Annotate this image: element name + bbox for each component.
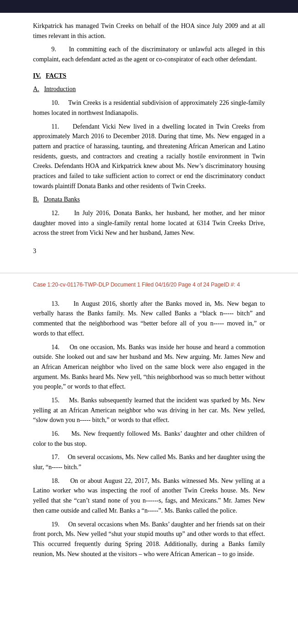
document-page: Kirkpatrick has managed Twin Creeks on b…	[0, 0, 298, 571]
paragraph-17: 17. On several occasions, Ms. New called…	[33, 452, 265, 472]
sub-a-title: Introduction	[44, 86, 76, 92]
paragraph-19: 19. On several occasions when Ms. Banks’…	[33, 520, 265, 559]
case-info-text: Case 1:20-cv-01176-TWP-DLP Document 1 Fi…	[33, 281, 240, 288]
paragraph-18: 18. On or about August 22, 2017, Ms. Ban…	[33, 476, 265, 516]
page1-content: Kirkpatrick has managed Twin Creeks on b…	[0, 13, 298, 268]
case-info-bar: Case 1:20-cv-01176-TWP-DLP Document 1 Fi…	[0, 278, 298, 292]
paragraph-14: 14. On one occasion, Ms. Banks was insid…	[33, 342, 265, 392]
section-iv-label: IV.	[33, 72, 41, 79]
intro-paragraph: Kirkpatrick has managed Twin Creeks on b…	[33, 21, 265, 41]
page-divider	[0, 273, 298, 273]
page2-content: 13. In August 2016, shortly after the Ba…	[0, 294, 298, 571]
paragraph-10: 10. Twin Creeks is a residential subdivi…	[33, 98, 265, 118]
paragraph-13: 13. In August 2016, shortly after the Ba…	[33, 299, 265, 339]
paragraph-15: 15. Ms. Banks subsequently learned that …	[33, 395, 265, 425]
sub-b-title: Donata Banks	[44, 196, 80, 203]
sub-a-label: A.	[33, 86, 39, 92]
section-iv-title: FACTS	[46, 72, 66, 79]
paragraph-12: 12. In July 2016, Donata Banks, her husb…	[33, 208, 265, 238]
paragraph-11: 11. Defendant Vicki New lived in a dwell…	[33, 122, 265, 191]
paragraph-16: 16. Ms. New frequently followed Ms. Bank…	[33, 429, 265, 449]
page-number: 3	[33, 246, 265, 256]
sub-b-label: B.	[33, 196, 39, 203]
sub-a-heading: A. Introduction	[33, 84, 265, 94]
section-iv-heading: IV. FACTS	[33, 71, 265, 81]
header-bar	[0, 0, 298, 13]
paragraph-9: 9. In committing each of the discriminat…	[33, 44, 265, 64]
sub-b-heading: B. Donata Banks	[33, 195, 265, 205]
